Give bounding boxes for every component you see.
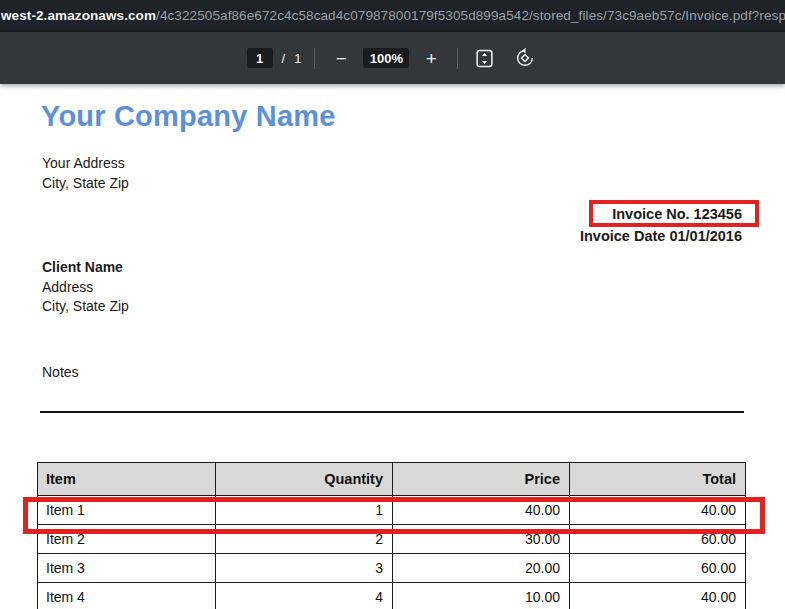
browser-window: west-2.amazonaws.com/4c322505af86e672c4c… bbox=[0, 0, 785, 609]
toolbar-divider bbox=[314, 48, 315, 69]
url-path: /4c322505af86e672c4c58cad4c07987800179f5… bbox=[156, 8, 785, 23]
company-address-line1: Your Address bbox=[42, 153, 129, 173]
zoom-controls: − 100% + bbox=[328, 45, 444, 71]
invoice-number: Invoice No. 123456 bbox=[612, 206, 742, 222]
client-name: Client Name bbox=[42, 258, 129, 278]
invoice-table: Item Quantity Price Total Item 1 1 40.00… bbox=[37, 462, 746, 609]
cell-price: 30.00 bbox=[393, 525, 570, 554]
table-row: Item 3 3 20.00 60.00 bbox=[38, 554, 746, 583]
column-header-total: Total bbox=[570, 463, 746, 496]
toolbar-divider bbox=[457, 48, 458, 69]
page-number-input[interactable] bbox=[247, 48, 273, 68]
minus-icon: − bbox=[336, 49, 347, 68]
cell-quantity: 3 bbox=[216, 554, 393, 583]
invoice-date: Invoice Date 01/01/2016 bbox=[580, 228, 742, 244]
zoom-in-button[interactable]: + bbox=[418, 45, 444, 71]
url-host: west-2.amazonaws.com bbox=[0, 8, 156, 23]
company-address-line2: City, State Zip bbox=[42, 173, 129, 193]
client-address-line2: City, State Zip bbox=[42, 297, 129, 317]
cell-item: Item 3 bbox=[38, 554, 216, 583]
company-name: Your Company Name bbox=[41, 100, 336, 133]
cell-quantity: 4 bbox=[216, 583, 393, 609]
pdf-toolbar: / 1 − 100% + bbox=[0, 31, 785, 84]
table-row: Item 2 2 30.00 60.00 bbox=[38, 525, 746, 554]
cell-item: Item 2 bbox=[38, 525, 216, 554]
fit-to-page-icon bbox=[474, 48, 495, 69]
zoom-level[interactable]: 100% bbox=[363, 48, 409, 68]
rotate-counterclockwise-icon bbox=[514, 47, 536, 69]
cell-price: 10.00 bbox=[393, 583, 570, 609]
zoom-out-button[interactable]: − bbox=[328, 45, 354, 71]
column-header-price: Price bbox=[393, 463, 570, 496]
rotate-counterclockwise-button[interactable] bbox=[512, 45, 538, 71]
table-row: Item 4 4 10.00 40.00 bbox=[38, 583, 746, 609]
table-header-row: Item Quantity Price Total bbox=[38, 463, 746, 496]
client-block: Client Name Address City, State Zip bbox=[42, 258, 129, 317]
cell-price: 20.00 bbox=[393, 554, 570, 583]
company-address: Your Address City, State Zip bbox=[42, 153, 129, 193]
cell-total: 40.00 bbox=[570, 496, 746, 525]
column-header-item: Item bbox=[38, 463, 216, 496]
cell-item: Item 1 bbox=[38, 496, 216, 525]
cell-total: 60.00 bbox=[570, 525, 746, 554]
horizontal-rule bbox=[40, 411, 744, 413]
page-total: 1 bbox=[294, 51, 301, 66]
fit-to-page-button[interactable] bbox=[471, 45, 497, 71]
plus-icon: + bbox=[426, 49, 437, 68]
pdf-page: Your Company Name Your Address City, Sta… bbox=[0, 83, 785, 609]
cell-total: 40.00 bbox=[570, 583, 746, 609]
page-divider: / bbox=[282, 51, 286, 66]
view-controls bbox=[471, 45, 538, 71]
cell-price: 40.00 bbox=[393, 496, 570, 525]
client-address-line1: Address bbox=[42, 278, 129, 298]
cell-quantity: 2 bbox=[216, 525, 393, 554]
cell-item: Item 4 bbox=[38, 583, 216, 609]
notes-label: Notes bbox=[42, 364, 79, 380]
column-header-quantity: Quantity bbox=[216, 463, 393, 496]
cell-quantity: 1 bbox=[216, 496, 393, 525]
page-controls: / 1 bbox=[247, 48, 302, 68]
table-row: Item 1 1 40.00 40.00 bbox=[38, 496, 746, 525]
address-bar[interactable]: west-2.amazonaws.com/4c322505af86e672c4c… bbox=[0, 0, 785, 31]
cell-total: 60.00 bbox=[570, 554, 746, 583]
